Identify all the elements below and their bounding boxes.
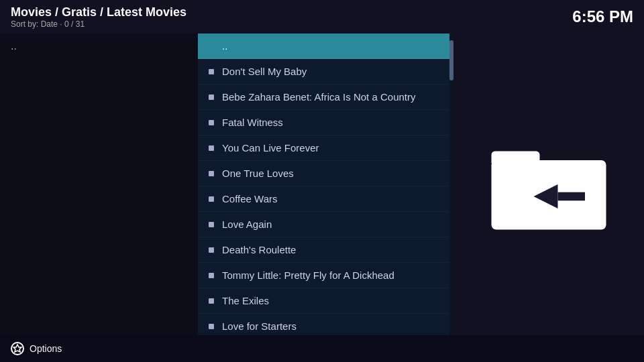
header: Movies / Gratis / Latest Movies Sort by:… bbox=[0, 0, 644, 34]
list-item-label: You Can Live Forever bbox=[222, 142, 319, 154]
svg-rect-1 bbox=[492, 152, 540, 167]
clock: 6:56 PM bbox=[572, 7, 633, 26]
folder-icon bbox=[482, 131, 616, 238]
list-item-label: Death's Roulette bbox=[222, 244, 296, 255]
list-item-label: The Exiles bbox=[222, 295, 269, 306]
list-item[interactable]: .. bbox=[198, 34, 453, 59]
list-item-label: Bebe Zahara Benet: Africa Is Not a Count… bbox=[222, 91, 416, 103]
list-item-label: Don't Sell My Baby bbox=[222, 66, 307, 77]
list-item[interactable]: Tommy Little: Pretty Fly for A Dickhead bbox=[198, 263, 453, 288]
list-bullet bbox=[209, 69, 214, 74]
svg-marker-4 bbox=[13, 345, 21, 352]
list-item[interactable]: The Exiles bbox=[198, 288, 453, 314]
list-item[interactable]: Bebe Zahara Benet: Africa Is Not a Count… bbox=[198, 84, 453, 110]
list-bullet bbox=[209, 120, 214, 125]
breadcrumb: Movies / Gratis / Latest Movies bbox=[11, 5, 186, 19]
list-item[interactable]: One True Loves bbox=[198, 161, 453, 186]
list-item-label: Love Again bbox=[222, 219, 272, 230]
options-icon bbox=[11, 342, 24, 355]
list-item-label: Love for Starters bbox=[222, 320, 297, 332]
list-bullet bbox=[209, 145, 214, 151]
list-panel: ..Don't Sell My BabyBebe Zahara Benet: A… bbox=[198, 34, 453, 335]
list-item[interactable]: Don't Sell My Baby bbox=[198, 59, 453, 84]
list-item-label: Fatal Witness bbox=[222, 117, 283, 128]
back-dots: .. bbox=[11, 40, 17, 52]
list-bullet bbox=[209, 171, 214, 176]
list-item[interactable]: You Can Live Forever bbox=[198, 135, 453, 161]
options-label[interactable]: Options bbox=[30, 343, 62, 354]
right-panel bbox=[453, 34, 644, 335]
list-item-label: Tommy Little: Pretty Fly for A Dickhead bbox=[222, 269, 394, 281]
list-bullet bbox=[209, 247, 214, 253]
list-item-label: .. bbox=[222, 40, 227, 52]
list-bullet bbox=[209, 298, 214, 304]
list-bullet bbox=[209, 324, 214, 329]
list-bullet bbox=[209, 196, 214, 202]
list-item[interactable]: Fatal Witness bbox=[198, 110, 453, 135]
list-item[interactable]: Coffee Wars bbox=[198, 186, 453, 212]
list-item[interactable]: Death's Roulette bbox=[198, 237, 453, 263]
left-panel: .. bbox=[0, 34, 198, 335]
list-bullet bbox=[209, 222, 214, 227]
svg-rect-3 bbox=[558, 192, 586, 201]
list-item-label: Coffee Wars bbox=[222, 193, 278, 204]
list-item[interactable]: Love Again bbox=[198, 212, 453, 237]
footer: Options bbox=[0, 335, 644, 362]
list-item-label: One True Loves bbox=[222, 168, 294, 179]
header-left: Movies / Gratis / Latest Movies Sort by:… bbox=[11, 5, 186, 29]
list-bullet bbox=[209, 95, 214, 100]
list-item[interactable]: Love for Starters bbox=[198, 314, 453, 335]
sort-info: Sort by: Date · 0 / 31 bbox=[11, 19, 186, 29]
list-bullet bbox=[209, 273, 214, 278]
